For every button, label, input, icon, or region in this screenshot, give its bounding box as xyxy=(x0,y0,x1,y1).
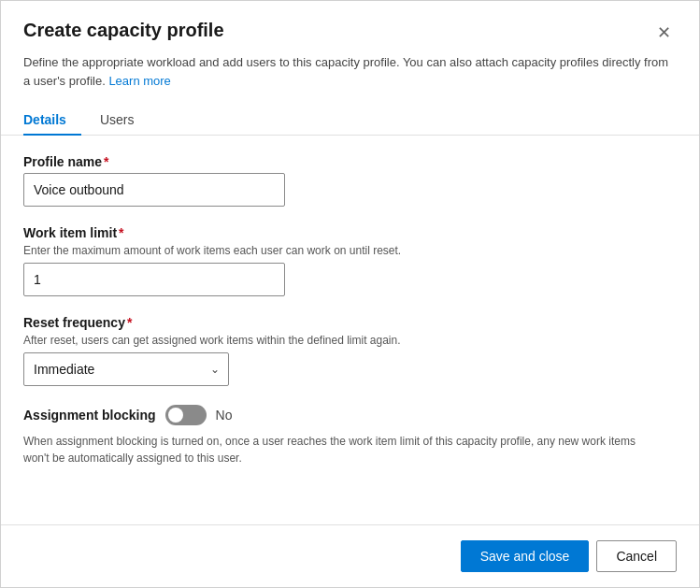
assignment-blocking-status: No xyxy=(216,408,233,423)
assignment-blocking-label: Assignment blocking xyxy=(23,408,156,423)
reset-frequency-select-wrapper: Immediate Daily Weekly Monthly ⌄ xyxy=(23,352,229,386)
dialog-description: Define the appropriate workload and add … xyxy=(1,46,699,90)
close-button[interactable]: ✕ xyxy=(650,20,677,46)
assignment-blocking-toggle[interactable] xyxy=(165,405,207,425)
reset-frequency-hint: After reset, users can get assigned work… xyxy=(23,334,677,347)
close-icon: ✕ xyxy=(657,24,671,41)
create-capacity-profile-dialog: Create capacity profile ✕ Define the app… xyxy=(0,0,700,588)
profile-name-group: Profile name* xyxy=(23,154,677,207)
assignment-blocking-group: Assignment blocking No When assignment b… xyxy=(23,405,677,466)
dialog-footer: Save and close Cancel xyxy=(1,524,699,587)
reset-frequency-label: Reset frequency* xyxy=(23,315,677,330)
dialog-header: Create capacity profile ✕ xyxy=(1,1,699,46)
dialog-body: Profile name* Work item limit* Enter the… xyxy=(1,136,699,524)
required-star-limit: * xyxy=(119,225,123,240)
work-item-limit-group: Work item limit* Enter the maximum amoun… xyxy=(23,225,677,296)
work-item-limit-label: Work item limit* xyxy=(23,225,677,240)
assignment-blocking-row: Assignment blocking No xyxy=(23,405,677,425)
toggle-thumb xyxy=(168,408,183,423)
required-star-profile: * xyxy=(104,154,108,169)
profile-name-input[interactable] xyxy=(23,173,285,207)
cancel-button[interactable]: Cancel xyxy=(596,540,677,572)
assignment-blocking-note: When assignment blocking is turned on, o… xyxy=(23,433,659,466)
tab-details[interactable]: Details xyxy=(23,105,81,135)
reset-frequency-group: Reset frequency* After reset, users can … xyxy=(23,315,677,386)
learn-more-link[interactable]: Learn more xyxy=(108,74,170,88)
work-item-limit-input[interactable] xyxy=(23,263,285,296)
save-and-close-button[interactable]: Save and close xyxy=(461,540,590,572)
required-star-reset: * xyxy=(127,315,132,330)
profile-name-label: Profile name* xyxy=(23,154,677,169)
dialog-title: Create capacity profile xyxy=(23,20,224,41)
tabs-container: Details Users xyxy=(1,90,699,136)
work-item-limit-hint: Enter the maximum amount of work items e… xyxy=(23,244,677,257)
reset-frequency-select[interactable]: Immediate Daily Weekly Monthly xyxy=(23,352,229,386)
tab-users[interactable]: Users xyxy=(85,105,150,135)
